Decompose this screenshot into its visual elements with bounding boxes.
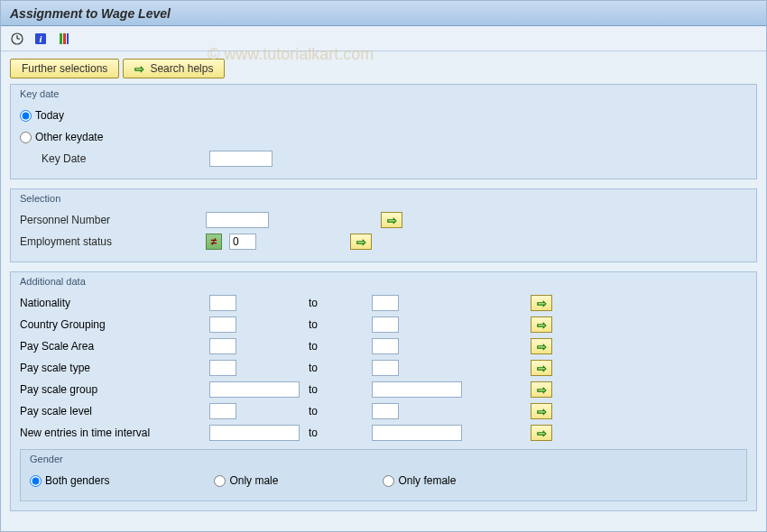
range-row: Country Groupingto⇨ <box>20 314 747 335</box>
group-gender: Gender Both gendersOnly maleOnly female <box>20 449 747 501</box>
range-to-input[interactable] <box>372 403 399 419</box>
group-additional-legend: Additional data <box>20 276 747 287</box>
range-from-input[interactable] <box>209 360 236 376</box>
field-label: Nationality <box>20 297 209 309</box>
field-label: Pay scale group <box>20 383 209 396</box>
svg-rect-6 <box>63 33 66 44</box>
group-key-date: Key date Today Other keydate Key Date <box>10 84 757 179</box>
further-selections-button[interactable]: Further selections <box>10 59 119 78</box>
selection-input[interactable] <box>229 234 256 250</box>
gender-radio-input[interactable] <box>30 475 42 487</box>
execute-icon[interactable] <box>8 31 26 47</box>
gender-radio-label: Only female <box>398 474 456 487</box>
range-to-input[interactable] <box>372 295 399 311</box>
to-label: to <box>309 383 372 396</box>
range-row: Pay scale typeto⇨ <box>20 357 747 379</box>
gender-radio-label: Both genders <box>45 474 109 487</box>
arrow-right-icon: ⇨ <box>537 297 547 310</box>
group-additional: Additional data Nationalityto⇨Country Gr… <box>10 271 757 511</box>
key-date-input[interactable] <box>209 151 273 167</box>
arrow-right-icon: ⇨ <box>134 62 144 76</box>
title-bar: Assignment to Wage Level <box>1 1 766 26</box>
gender-radio[interactable]: Only female <box>383 474 456 487</box>
arrow-right-icon: ⇨ <box>537 318 547 332</box>
selection-row: Personnel Number⇨ <box>20 209 747 231</box>
arrow-right-icon: ⇨ <box>537 383 547 397</box>
range-to-input[interactable] <box>372 338 399 354</box>
selection-input[interactable] <box>206 212 269 228</box>
field-label: Pay scale type <box>20 362 209 374</box>
to-label: to <box>309 340 372 353</box>
range-from-input[interactable] <box>209 316 236 333</box>
field-label: Pay scale level <box>20 405 209 417</box>
radio-other-input[interactable] <box>20 132 32 143</box>
search-helps-label: Search helps <box>150 62 213 75</box>
gender-radio[interactable]: Only male <box>214 474 278 487</box>
content-area: Further selections ⇨ Search helps Key da… <box>1 51 766 531</box>
arrow-right-icon: ⇨ <box>537 427 547 440</box>
radio-other-label: Other keydate <box>35 131 103 143</box>
range-to-input[interactable] <box>372 381 462 398</box>
field-label: Employment status <box>20 235 200 248</box>
range-to-input[interactable] <box>372 425 462 441</box>
arrow-right-icon: ⇨ <box>537 362 547 375</box>
field-label: Personnel Number <box>20 214 200 226</box>
field-label: Country Grouping <box>20 318 209 331</box>
range-from-input[interactable] <box>209 295 236 311</box>
gender-radio-label: Only male <box>229 474 278 487</box>
range-row: Pay scale groupto⇨ <box>20 379 747 400</box>
range-row: Pay Scale Areato⇨ <box>20 335 747 357</box>
multiple-selection-button[interactable]: ⇨ <box>531 338 552 354</box>
multiple-selection-button[interactable]: ⇨ <box>531 295 552 311</box>
info-icon[interactable]: i <box>32 31 50 47</box>
to-label: to <box>309 362 372 374</box>
group-selection: Selection Personnel Number⇨Employment st… <box>10 188 757 262</box>
not-equal-icon[interactable]: ≠ <box>206 234 222 250</box>
arrow-right-icon: ⇨ <box>537 340 547 353</box>
range-from-input[interactable] <box>209 425 300 441</box>
svg-rect-5 <box>60 33 62 44</box>
selection-buttons: Further selections ⇨ Search helps <box>10 59 757 78</box>
radio-today[interactable]: Today <box>20 109 64 122</box>
to-label: to <box>309 427 372 439</box>
range-to-input[interactable] <box>372 316 399 333</box>
multiple-selection-button[interactable]: ⇨ <box>381 212 402 228</box>
svg-rect-7 <box>67 33 69 44</box>
group-selection-legend: Selection <box>20 193 747 204</box>
multiple-selection-button[interactable]: ⇨ <box>531 425 552 441</box>
field-label: Pay Scale Area <box>20 340 209 353</box>
multiple-selection-button[interactable]: ⇨ <box>531 403 552 419</box>
multiple-selection-button[interactable]: ⇨ <box>531 360 552 376</box>
range-from-input[interactable] <box>209 338 236 354</box>
range-row: Pay scale levelto⇨ <box>20 400 747 422</box>
key-date-label: Key Date <box>42 152 204 165</box>
page-title: Assignment to Wage Level <box>10 6 171 21</box>
app-toolbar: i <box>1 26 766 51</box>
range-row: New entries in time intervalto⇨ <box>20 422 747 444</box>
selection-row: Employment status≠⇨ <box>20 231 747 252</box>
arrow-right-icon: ⇨ <box>387 214 397 227</box>
data-source-icon[interactable] <box>55 31 73 47</box>
range-to-input[interactable] <box>372 360 399 376</box>
group-gender-legend: Gender <box>30 454 737 464</box>
multiple-selection-button[interactable]: ⇨ <box>531 316 552 333</box>
arrow-right-icon: ⇨ <box>537 405 547 418</box>
radio-today-input[interactable] <box>20 110 32 122</box>
multiple-selection-button[interactable]: ⇨ <box>350 234 372 250</box>
gender-radio-input[interactable] <box>214 475 226 487</box>
group-key-date-legend: Key date <box>20 88 747 99</box>
multiple-selection-button[interactable]: ⇨ <box>531 381 552 398</box>
gender-radio-input[interactable] <box>383 475 394 487</box>
radio-today-label: Today <box>35 109 64 122</box>
arrow-right-icon: ⇨ <box>356 235 366 249</box>
gender-radio[interactable]: Both genders <box>30 474 109 487</box>
range-from-input[interactable] <box>209 403 236 419</box>
to-label: to <box>309 297 372 309</box>
radio-other-keydate[interactable]: Other keydate <box>20 131 103 143</box>
to-label: to <box>309 318 372 331</box>
to-label: to <box>309 405 372 417</box>
field-label: New entries in time interval <box>20 427 209 439</box>
further-selections-label: Further selections <box>22 62 107 75</box>
range-from-input[interactable] <box>209 381 300 398</box>
search-helps-button[interactable]: ⇨ Search helps <box>123 59 225 78</box>
